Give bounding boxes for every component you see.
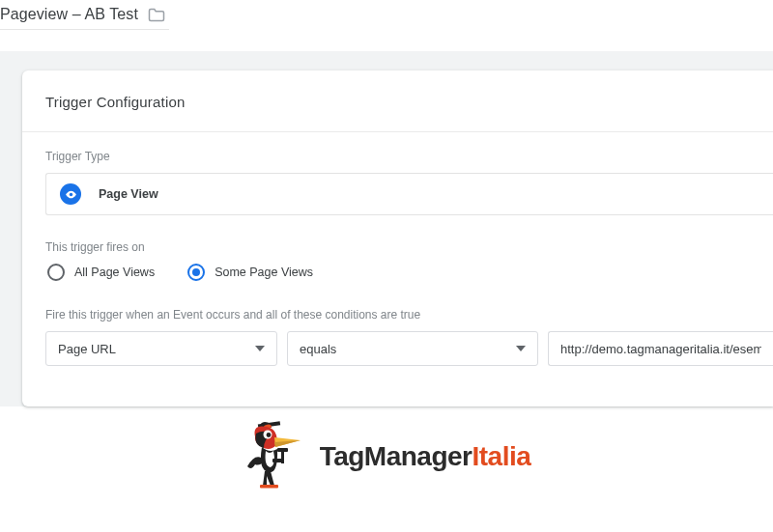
conditions-label: Fire this trigger when an Event occurs a… bbox=[45, 308, 773, 322]
pageview-eye-icon bbox=[60, 183, 81, 205]
canvas-area: Trigger Configuration Trigger Type Page … bbox=[0, 51, 773, 406]
svg-point-0 bbox=[69, 192, 72, 195]
radio-all-page-views[interactable]: All Page Views bbox=[47, 264, 155, 281]
brand-text: TagManagerItalia bbox=[320, 441, 531, 472]
condition-row: Page URL equals bbox=[45, 331, 773, 366]
svg-rect-9 bbox=[269, 485, 278, 489]
divider bbox=[22, 131, 773, 132]
chevron-down-icon bbox=[255, 346, 265, 351]
folder-icon[interactable] bbox=[148, 8, 165, 22]
trigger-config-card: Trigger Configuration Trigger Type Page … bbox=[22, 70, 773, 406]
radio-some-page-views[interactable]: Some Page Views bbox=[187, 264, 313, 281]
condition-operator-value: equals bbox=[300, 342, 336, 356]
fires-on-radio-group: All Page Views Some Page Views bbox=[45, 264, 773, 281]
condition-variable-value: Page URL bbox=[58, 342, 116, 356]
page-title-bar: Pageview – AB Test bbox=[0, 0, 169, 30]
svg-point-4 bbox=[266, 433, 271, 437]
trigger-type-label: Trigger Type bbox=[45, 150, 773, 163]
trigger-type-name: Page View bbox=[99, 187, 158, 201]
brand-part1: TagManager bbox=[320, 441, 472, 471]
fires-on-label: This trigger fires on bbox=[45, 240, 773, 254]
svg-rect-7 bbox=[277, 448, 288, 452]
svg-rect-6 bbox=[281, 450, 284, 463]
chevron-down-icon bbox=[516, 346, 526, 351]
condition-variable-select[interactable]: Page URL bbox=[45, 331, 277, 366]
card-heading: Trigger Configuration bbox=[45, 94, 773, 110]
trigger-type-selector[interactable]: Page View bbox=[45, 173, 773, 215]
page-title[interactable]: Pageview – AB Test bbox=[0, 6, 138, 23]
brand-footer: TagManagerItalia bbox=[0, 418, 773, 495]
condition-operator-select[interactable]: equals bbox=[287, 331, 538, 366]
radio-circle-icon bbox=[47, 264, 65, 281]
radio-circle-icon bbox=[187, 264, 205, 281]
radio-some-label: Some Page Views bbox=[215, 266, 313, 279]
radio-all-label: All Page Views bbox=[74, 266, 155, 279]
woodpecker-logo-icon bbox=[243, 418, 310, 495]
brand-part2: Italia bbox=[472, 441, 531, 471]
svg-rect-8 bbox=[260, 485, 270, 489]
condition-value-input[interactable] bbox=[548, 331, 773, 366]
